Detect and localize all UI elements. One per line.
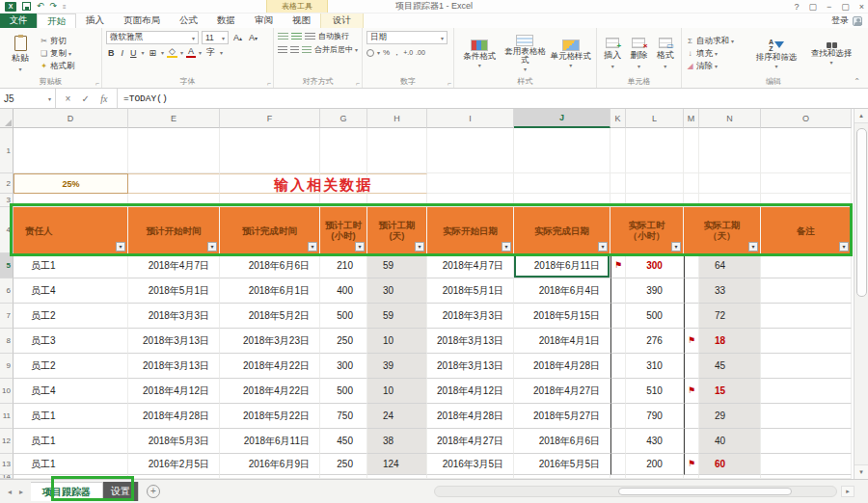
cell-est-start[interactable]: 2018年4月12日	[128, 379, 220, 404]
align-bottom-icon[interactable]	[305, 33, 315, 40]
copy-button[interactable]: ❏复制▾	[40, 48, 75, 60]
cell[interactable]	[14, 194, 128, 207]
table-header-7[interactable]: 实际工时 （小时）▾	[610, 207, 684, 253]
cell-act-hours[interactable]: 510	[626, 379, 684, 404]
table-header-9[interactable]: 备注▾	[761, 207, 852, 253]
cell-owner[interactable]: 员工2	[14, 354, 128, 379]
cell-act-start[interactable]: 2018年3月3日	[427, 304, 514, 329]
column-header-H[interactable]: H	[367, 109, 427, 128]
wrap-text-button[interactable]: 自动换行	[318, 31, 349, 41]
restore-icon[interactable]: ▢	[841, 2, 850, 12]
cell-act-start[interactable]: 2016年3月5日	[427, 454, 514, 475]
font-dialog-launcher-icon[interactable]: ⌐	[267, 80, 271, 87]
cell[interactable]	[699, 194, 761, 207]
filter-button[interactable]: ▾	[839, 242, 849, 252]
cell[interactable]	[761, 128, 852, 173]
format-painter-button[interactable]: ✦格式刷	[40, 61, 75, 72]
column-header-K[interactable]: K	[610, 109, 626, 128]
row-header-7[interactable]: 7	[0, 304, 14, 329]
table-header-4[interactable]: 预计工期 (天)▾	[367, 207, 427, 253]
row-header-3[interactable]: 3	[0, 194, 14, 207]
format-cells-button[interactable]: ▭ 格式▾	[654, 38, 677, 69]
tab-file[interactable]: 文件	[0, 13, 37, 28]
cell-est-days[interactable]: 30	[367, 278, 427, 304]
row-header-1[interactable]: 1	[0, 128, 14, 173]
cell-flag-spacer[interactable]	[610, 329, 626, 354]
alignment-dialog-launcher-icon[interactable]: ⌐	[356, 80, 360, 87]
align-middle-icon[interactable]	[291, 33, 302, 40]
table-header-3[interactable]: 预计工时 (小时)▾	[320, 207, 367, 253]
percent-cell[interactable]: 25%	[14, 173, 128, 194]
cell-owner[interactable]: 员工1	[14, 253, 128, 278]
cell-est-days[interactable]: 59	[367, 253, 427, 278]
font-color-button[interactable]: A	[186, 47, 196, 58]
table-header-5[interactable]: 实际开始日期▾	[427, 207, 514, 253]
cell-flag-spacer[interactable]	[684, 278, 699, 304]
collapse-ribbon-icon[interactable]: ⌃	[854, 77, 860, 86]
cell[interactable]	[610, 194, 626, 207]
cell[interactable]	[626, 128, 684, 173]
accounting-format-icon[interactable]	[366, 49, 374, 57]
cell-act-days[interactable]: 45	[699, 354, 761, 379]
cell-flag-spacer[interactable]: ⚑	[684, 329, 699, 354]
conditional-formatting-button[interactable]: 条件格式▾	[458, 40, 501, 68]
tab-审阅[interactable]: 审阅	[245, 13, 283, 28]
cell-owner[interactable]: 员工1	[14, 429, 128, 454]
cell[interactable]	[427, 194, 514, 207]
cell-est-hours[interactable]: 210	[320, 253, 367, 278]
cell-flag-spacer[interactable]	[610, 429, 626, 454]
cell-est-days[interactable]: 39	[367, 354, 427, 379]
cell-flag-spacer[interactable]	[610, 379, 626, 404]
row-header-12[interactable]: 12	[0, 429, 14, 454]
cell-act-end[interactable]: 2018年4月28日	[514, 354, 610, 379]
cell-est-start[interactable]: 2018年4月28日	[128, 404, 220, 429]
row-header-10[interactable]: 10	[0, 379, 14, 404]
tab-开始[interactable]: 开始	[37, 13, 76, 28]
cell-note[interactable]	[761, 379, 852, 404]
cell-flag-spacer[interactable]	[610, 278, 626, 304]
cell-owner[interactable]: 员工1	[14, 454, 128, 475]
cell-act-end[interactable]: 2018年5月27日	[514, 404, 610, 429]
cell[interactable]	[610, 128, 626, 173]
cell[interactable]	[220, 194, 320, 207]
cell-flag-spacer[interactable]	[610, 304, 626, 329]
cell[interactable]	[220, 128, 320, 173]
cell-est-hours[interactable]: 500	[320, 379, 367, 404]
table-header-0[interactable]: 责任人▾	[14, 207, 128, 253]
align-center-icon[interactable]	[290, 46, 300, 54]
cell-est-days[interactable]: 124	[367, 454, 427, 475]
sheet-tab-settings[interactable]: 设置	[103, 482, 139, 501]
cell-owner[interactable]: 员工4	[14, 379, 128, 404]
underline-button[interactable]: U	[128, 48, 139, 58]
bold-button[interactable]: B	[106, 48, 117, 58]
align-right-icon[interactable]	[302, 46, 312, 54]
column-header-M[interactable]: M	[684, 109, 699, 128]
cell-owner[interactable]: 员工3	[14, 329, 128, 354]
cell[interactable]	[427, 173, 514, 194]
row-header-13[interactable]: 13	[0, 454, 14, 475]
italic-button[interactable]: I	[120, 48, 126, 58]
cell-est-hours[interactable]: 250	[320, 329, 367, 354]
cell-est-start[interactable]: 2018年3月3日	[128, 304, 220, 329]
cell-est-days[interactable]: 10	[367, 379, 427, 404]
row-header-5[interactable]: 5	[0, 253, 14, 278]
cell-est-days[interactable]: 24	[367, 404, 427, 429]
sign-in[interactable]: 登录	[831, 14, 862, 27]
increase-font-button[interactable]: A▴	[231, 33, 244, 42]
cell-note[interactable]	[761, 304, 852, 329]
cell-act-days[interactable]: 29	[699, 404, 761, 429]
cell[interactable]	[128, 128, 220, 173]
cell[interactable]	[699, 128, 761, 173]
filter-button[interactable]: ▾	[355, 242, 365, 252]
cell-act-end[interactable]: 2018年4月1日	[514, 329, 610, 354]
cell-act-start[interactable]: 2018年5月1日	[427, 278, 514, 304]
cell[interactable]	[684, 173, 699, 194]
fill-button[interactable]: ↓填充▾	[686, 48, 747, 60]
cell-est-hours[interactable]: 450	[320, 429, 367, 454]
format-as-table-button[interactable]: 套用表格格式▾	[503, 35, 546, 72]
cell[interactable]	[320, 128, 367, 173]
cell[interactable]	[367, 194, 427, 207]
save-icon[interactable]	[22, 2, 31, 11]
cell[interactable]	[761, 194, 852, 207]
ribbon-display-icon[interactable]: ▢	[808, 2, 817, 12]
